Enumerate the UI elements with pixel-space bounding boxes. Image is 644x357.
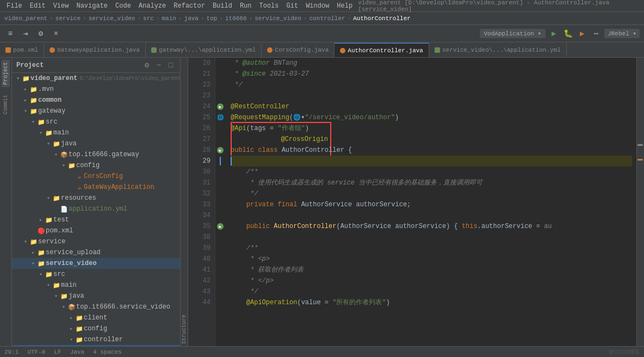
- ann-restcontroller: @RestController: [231, 101, 289, 112]
- tree-common[interactable]: ▸ 📁 common: [12, 95, 180, 106]
- menu-edit[interactable]: Edit: [27, 1, 49, 11]
- tab-label-cors: CorsConfig.java: [275, 47, 329, 53]
- tree-gw-test[interactable]: ▸ 📁 test: [12, 214, 180, 225]
- tree-label-gw-app: GateWayApplication: [84, 183, 154, 191]
- run-config-selector[interactable]: VodApplication ▾: [480, 29, 546, 38]
- menu-run[interactable]: Run: [237, 1, 255, 11]
- ann-apioperation: @ApiOperation: [246, 297, 298, 308]
- toolbar-more-btn[interactable]: ⋯: [590, 28, 602, 40]
- gutter-icon-24[interactable]: ▶: [217, 103, 224, 110]
- path-service-video-pkg[interactable]: service_video: [255, 15, 301, 22]
- tree-video-parent[interactable]: ▾ 📁 video_parent D:\Develop\IdeaPro\vide…: [12, 73, 180, 84]
- tree-gateway-java[interactable]: ▾ 📁 java: [12, 138, 180, 149]
- code-area[interactable]: 20 21 22 23 24 25 26 27 28 29 30 31 32 3…: [188, 58, 636, 346]
- menu-git[interactable]: Git: [283, 1, 302, 11]
- tree-service-video[interactable]: ▾ 📁 service_video: [12, 258, 180, 269]
- path-controller[interactable]: controller: [309, 15, 345, 22]
- tab-gateway-yml[interactable]: gateway\...\application.yml: [146, 43, 262, 57]
- path-it6666[interactable]: it6666: [225, 15, 247, 22]
- path-service-video[interactable]: service_video: [89, 15, 135, 22]
- comment-41: * 获取创作者列表: [231, 264, 304, 275]
- path-java[interactable]: java: [184, 15, 199, 22]
- panel-tool-expand[interactable]: □: [166, 60, 176, 70]
- panel-tool-gear[interactable]: ⚙: [142, 60, 152, 70]
- path-top[interactable]: top: [207, 15, 218, 22]
- path-src[interactable]: src: [143, 15, 154, 22]
- tree-gateway-main[interactable]: ▾ 📁 main: [12, 127, 180, 138]
- file-tree[interactable]: ▾ 📁 video_parent D:\Develop\IdeaPro\vide…: [12, 73, 180, 346]
- structure-panel-btn[interactable]: Structure: [180, 312, 188, 346]
- menu-navigate[interactable]: Navigate: [73, 1, 111, 11]
- jrebel-selector[interactable]: JRebel ▾: [604, 29, 640, 38]
- scroll-area[interactable]: [637, 58, 644, 346]
- tree-svc-src[interactable]: ▾ 📁 src: [12, 269, 180, 280]
- gutter-42: [215, 275, 225, 286]
- tab-cors-config[interactable]: CorsConfig.java: [262, 43, 335, 57]
- gutter-21: [215, 69, 225, 79]
- tree-svc-config[interactable]: ▸ 📁 config: [12, 323, 180, 334]
- path-main[interactable]: main: [162, 15, 176, 22]
- ln-44: 44: [193, 297, 210, 308]
- status-line-sep: LF: [54, 349, 61, 355]
- debug-btn[interactable]: 🐛: [562, 28, 574, 40]
- ln-30: 30: [193, 167, 210, 177]
- panel-tool-minimize[interactable]: −: [154, 60, 164, 70]
- tree-arrow-gw-main: ▾: [37, 129, 45, 137]
- tree-gw-resources[interactable]: ▾ 📁 resources: [12, 193, 180, 204]
- folder-icon-video-parent: 📁: [22, 75, 30, 82]
- tree-cors-config[interactable]: ☕ CorsConfig: [12, 171, 180, 182]
- tab-service-video-yml[interactable]: service_video\...\application.yml: [429, 43, 567, 57]
- gutter-icon-35[interactable]: ▶: [217, 223, 224, 230]
- java-icon-gw-app: ☕: [75, 183, 84, 191]
- tree-gateway-app-file[interactable]: ☕ GateWayApplication: [12, 182, 180, 193]
- tree-svc-main[interactable]: ▾ 📁 main: [12, 280, 180, 291]
- menu-help[interactable]: Help: [333, 1, 356, 11]
- tree-gateway[interactable]: ▾ 📁 gateway: [12, 106, 180, 116]
- menu-code[interactable]: Code: [112, 1, 134, 11]
- commit-panel-btn[interactable]: Commit: [2, 93, 10, 116]
- menu-build[interactable]: Build: [209, 1, 236, 11]
- gutter-32: [215, 188, 225, 199]
- tree-gw-config[interactable]: ▾ 📁 config: [12, 160, 180, 171]
- tab-icon-gateway-yml: [151, 47, 157, 53]
- toolbar-indent-btn[interactable]: ⇥: [20, 28, 32, 40]
- tree-svc-pkg[interactable]: ▾ 📦 top.it6666.service_video: [12, 301, 180, 312]
- tree-controller[interactable]: ▾ 📁 controller: [12, 334, 180, 345]
- path-video-parent[interactable]: video_parent: [4, 15, 47, 22]
- folder-icon-gw-test: 📁: [45, 216, 53, 224]
- tree-svc-java[interactable]: ▾ 📁 java: [12, 291, 180, 301]
- tree-service[interactable]: ▾ 📁 service: [12, 236, 180, 247]
- menu-file[interactable]: File: [3, 1, 26, 11]
- menu-view[interactable]: View: [50, 1, 72, 11]
- toolbar-close-btn[interactable]: ×: [50, 28, 62, 40]
- menu-analyze[interactable]: Analyze: [135, 1, 169, 11]
- gutter-icon-28[interactable]: ▶: [217, 147, 224, 153]
- path-service[interactable]: service: [55, 15, 81, 22]
- path-author-controller[interactable]: AuthorController: [353, 15, 411, 22]
- menu-refactor[interactable]: Refactor: [170, 1, 208, 11]
- toolbar-settings-btn[interactable]: ⚙: [35, 28, 47, 40]
- tab-gateway-app[interactable]: GatewayApplication.java: [44, 43, 146, 57]
- folder-icon-svc-main: 📁: [52, 281, 61, 289]
- tree-label-svc-upload: service_upload: [46, 249, 101, 256]
- tree-gw-pom[interactable]: 🔴 pom.xml: [12, 225, 180, 236]
- code-content[interactable]: * @author BNTang * @since 2021-03-27 */ …: [226, 58, 636, 346]
- folder-icon-gw-java: 📁: [52, 140, 61, 147]
- tab-icon-author: [340, 48, 345, 53]
- menu-window[interactable]: Window: [302, 1, 332, 11]
- project-panel-btn[interactable]: Project: [2, 60, 10, 87]
- tree-gateway-src[interactable]: ▾ 📁 src: [12, 116, 180, 127]
- tree-client[interactable]: ▸ 📁 client: [12, 312, 180, 323]
- tab-author-controller[interactable]: AuthorController.java: [335, 43, 429, 57]
- tab-pom-xml[interactable]: pom.xml: [0, 43, 44, 57]
- tree-mvn[interactable]: ▸ 📁 .mvn: [12, 84, 180, 95]
- ln-22: 22: [193, 79, 210, 90]
- tree-gateway-pkg[interactable]: ▾ 📦 top.it6666.gateway: [12, 149, 180, 160]
- tree-service-upload[interactable]: ▸ 📁 service_upload: [12, 247, 180, 258]
- coverage-btn[interactable]: ▶: [576, 28, 588, 40]
- tree-gw-yml[interactable]: 📄 application.yml: [12, 204, 180, 214]
- menu-tools[interactable]: Tools: [256, 1, 282, 11]
- run-btn[interactable]: ▶: [548, 28, 560, 40]
- text-cursor: [231, 157, 232, 165]
- toolbar-project-btn[interactable]: ≡: [4, 28, 16, 40]
